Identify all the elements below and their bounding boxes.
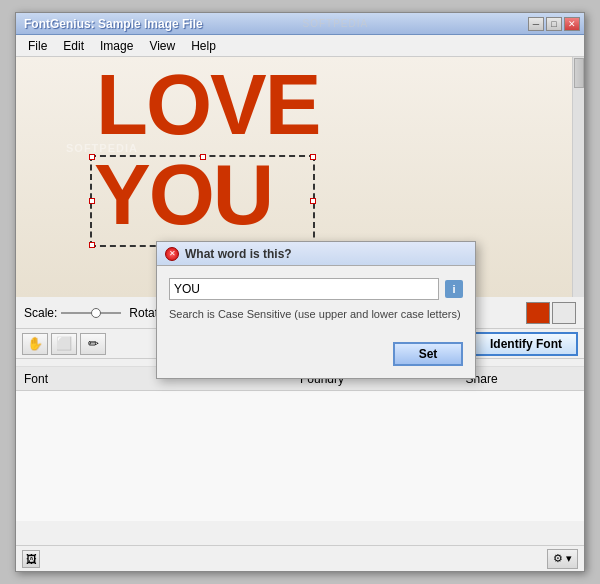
word-input[interactable]	[169, 278, 439, 300]
dialog-title-text: What word is this?	[185, 247, 292, 261]
dialog-overlay: ✕ What word is this? i Search is Case Se…	[16, 13, 584, 571]
dialog-hint: Search is Case Sensitive (use upper and …	[169, 308, 463, 320]
word-dialog: ✕ What word is this? i Search is Case Se…	[156, 241, 476, 379]
dialog-body: i Search is Case Sensitive (use upper an…	[157, 266, 475, 342]
dialog-close-button[interactable]: ✕	[165, 247, 179, 261]
dialog-input-row: i	[169, 278, 463, 300]
dialog-footer: Set	[157, 342, 475, 378]
dialog-title-bar: ✕ What word is this?	[157, 242, 475, 266]
set-button[interactable]: Set	[393, 342, 463, 366]
info-icon: i	[445, 280, 463, 298]
main-window: FontGenius: Sample Image File SOFTPEDIA …	[15, 12, 585, 572]
